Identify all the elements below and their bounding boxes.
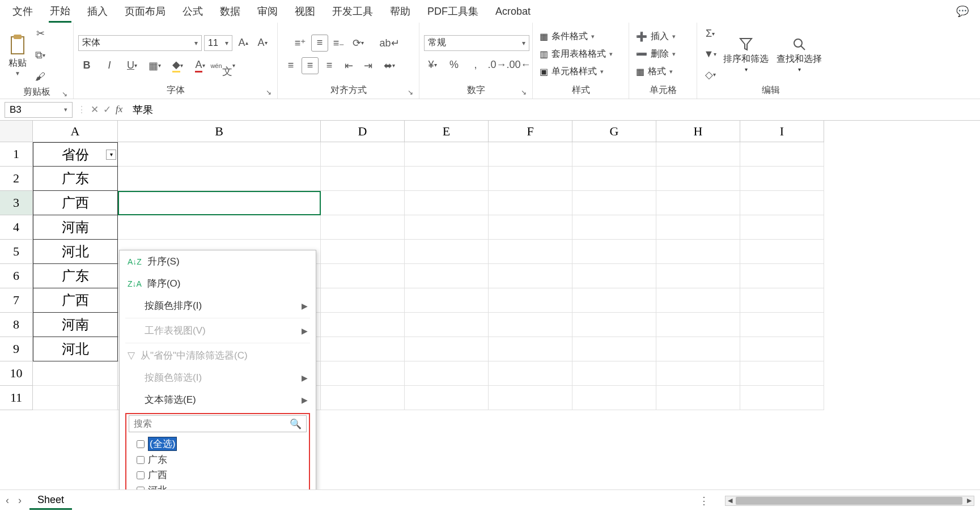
table-format-button[interactable]: ▥套用表格格式▾ <box>537 47 615 61</box>
cell[interactable]: 广东 <box>33 264 118 288</box>
enter-formula-icon[interactable]: ✓ <box>103 104 111 116</box>
col-header-I[interactable]: I <box>740 121 824 142</box>
filter-select-all[interactable]: (全选) <box>137 436 302 452</box>
cell[interactable] <box>405 386 489 410</box>
indent-decrease-icon[interactable]: ⇤ <box>340 57 357 74</box>
filter-item[interactable]: 广东 <box>137 452 302 467</box>
increase-font-icon[interactable]: A▴ <box>235 35 252 52</box>
indent-increase-icon[interactable]: ⇥ <box>359 57 376 74</box>
cell[interactable] <box>656 313 740 337</box>
tab-formulas[interactable]: 公式 <box>181 1 204 22</box>
col-header-G[interactable]: G <box>572 121 656 142</box>
cancel-formula-icon[interactable]: ✕ <box>91 104 99 116</box>
cell[interactable] <box>118 167 321 191</box>
number-format-combo[interactable]: 常规▾ <box>424 35 529 51</box>
currency-icon[interactable]: ¥▾ <box>424 57 441 74</box>
number-launcher[interactable]: ↘ <box>521 88 527 96</box>
conditional-format-button[interactable]: ▦条件格式▾ <box>537 29 597 44</box>
tab-insert[interactable]: 插入 <box>86 1 109 22</box>
cell[interactable] <box>321 240 405 264</box>
cell[interactable] <box>572 215 656 240</box>
cell[interactable] <box>321 142 405 167</box>
cell[interactable] <box>572 142 656 167</box>
cell[interactable] <box>740 191 824 215</box>
cell[interactable] <box>118 142 321 167</box>
orientation-icon[interactable]: ⟳▾ <box>350 35 367 52</box>
cell[interactable] <box>489 191 572 215</box>
cell[interactable] <box>489 386 572 410</box>
filter-search-input[interactable] <box>134 419 290 429</box>
fill-color-icon[interactable]: ◆▾ <box>169 57 186 74</box>
text-filter-item[interactable]: 文本筛选(E)▶ <box>120 389 316 411</box>
cell[interactable] <box>405 191 489 215</box>
sort-asc-item[interactable]: A↓Z升序(S) <box>120 250 316 272</box>
cell[interactable] <box>489 337 572 361</box>
cell[interactable] <box>572 288 656 313</box>
delete-cells-button[interactable]: ➖删除▾ <box>634 47 678 61</box>
cell[interactable]: 河南 <box>33 313 118 337</box>
row-header[interactable]: 8 <box>0 313 33 337</box>
row-header[interactable]: 3 <box>0 191 33 215</box>
cell[interactable] <box>572 386 656 410</box>
cell[interactable] <box>740 142 824 167</box>
cell[interactable] <box>740 337 824 361</box>
cell[interactable] <box>321 386 405 410</box>
align-top-icon[interactable]: ≡⁺ <box>292 35 309 52</box>
italic-icon[interactable]: I <box>101 57 118 74</box>
tab-review[interactable]: 审阅 <box>256 1 279 22</box>
autosum-icon[interactable]: Σ▾ <box>702 25 719 42</box>
paste-button[interactable]: 粘贴 ▼ <box>5 32 31 78</box>
cell[interactable] <box>489 264 572 288</box>
row-header[interactable]: 2 <box>0 167 33 191</box>
sort-by-color-item[interactable]: 按颜色排序(I)▶ <box>120 295 316 317</box>
formula-input[interactable]: 苹果 <box>127 103 975 117</box>
tab-file[interactable]: 文件 <box>11 1 34 22</box>
tab-data[interactable]: 数据 <box>219 1 241 22</box>
cell[interactable] <box>405 215 489 240</box>
cell[interactable] <box>118 215 321 240</box>
decimal-decrease-icon[interactable]: .00← <box>510 57 527 74</box>
tab-help[interactable]: 帮助 <box>389 1 411 22</box>
font-size-combo[interactable]: 11▾ <box>204 35 232 51</box>
cell[interactable] <box>405 337 489 361</box>
font-launcher[interactable]: ↘ <box>266 88 271 96</box>
row-header[interactable]: 1 <box>0 142 33 167</box>
cell[interactable] <box>572 361 656 386</box>
cell[interactable] <box>489 142 572 167</box>
cell[interactable] <box>321 313 405 337</box>
cell[interactable] <box>489 288 572 313</box>
cell[interactable] <box>572 191 656 215</box>
filter-item[interactable]: 河北 <box>137 483 302 489</box>
format-cells-button[interactable]: ▦格式▾ <box>634 65 675 79</box>
decimal-increase-icon[interactable]: .0→ <box>489 57 506 74</box>
scroll-left-icon[interactable]: ◀ <box>726 496 735 505</box>
cell[interactable] <box>118 191 321 215</box>
scroll-thumb[interactable] <box>736 497 962 505</box>
row-header[interactable]: 9 <box>0 337 33 361</box>
comma-icon[interactable]: , <box>467 57 484 74</box>
tab-view[interactable]: 视图 <box>294 1 316 22</box>
cell[interactable] <box>740 361 824 386</box>
cell[interactable] <box>656 191 740 215</box>
cell[interactable] <box>656 142 740 167</box>
font-name-combo[interactable]: 宋体▾ <box>78 35 202 51</box>
cell[interactable] <box>572 313 656 337</box>
cell[interactable] <box>405 240 489 264</box>
cell[interactable] <box>656 215 740 240</box>
phonetic-icon[interactable]: wén文▾ <box>214 57 231 74</box>
col-header-F[interactable]: F <box>489 121 572 142</box>
cell[interactable] <box>489 313 572 337</box>
cell[interactable] <box>656 386 740 410</box>
align-right-icon[interactable]: ≡ <box>321 57 338 74</box>
col-header-B[interactable]: B <box>118 121 321 142</box>
sheet-prev-icon[interactable]: ‹ <box>6 495 9 506</box>
sheet-options-icon[interactable]: ⋮ <box>699 495 709 507</box>
cell[interactable] <box>405 313 489 337</box>
format-painter-icon[interactable]: 🖌 <box>32 68 49 85</box>
filter-item[interactable]: 广西 <box>137 467 302 483</box>
col-header-H[interactable]: H <box>656 121 740 142</box>
scroll-right-icon[interactable]: ▶ <box>965 496 974 505</box>
cut-icon[interactable]: ✂ <box>32 25 49 42</box>
cell[interactable] <box>572 264 656 288</box>
sort-filter-button[interactable]: 排序和筛选▾ <box>720 35 772 74</box>
